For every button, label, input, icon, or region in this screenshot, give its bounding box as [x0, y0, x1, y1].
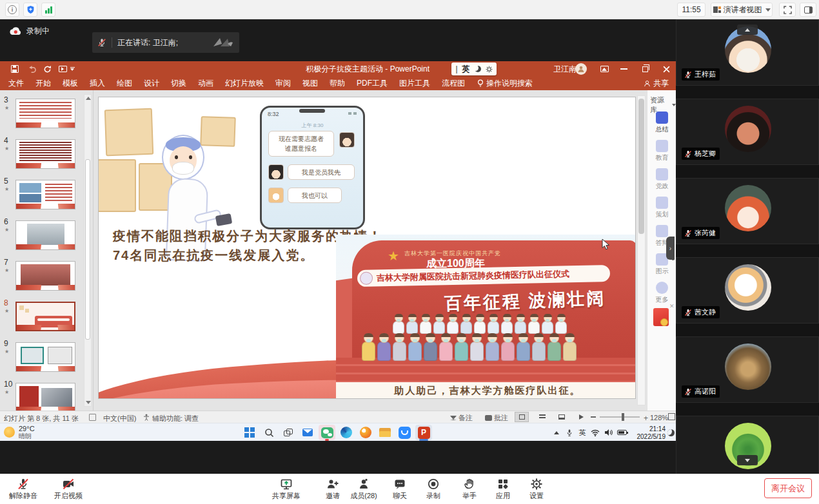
scroll-down-icon[interactable]	[86, 401, 91, 404]
taskbar-wechat-button[interactable]	[319, 425, 335, 440]
fullscreen-button[interactable]	[779, 3, 796, 17]
accessibility-status[interactable]: 辅助功能: 调查	[152, 414, 199, 423]
network-quality-icon[interactable]	[41, 3, 55, 17]
tab-transitions[interactable]: 切换	[165, 77, 192, 90]
tab-home[interactable]: 开始	[30, 77, 57, 90]
tab-file[interactable]: 文件	[3, 77, 30, 90]
tray-wifi-icon[interactable]	[589, 425, 601, 440]
tray-mic-icon[interactable]	[564, 425, 575, 440]
tab-picture-tools[interactable]: 图片工具	[393, 77, 436, 90]
panel-item-party[interactable]: 党政	[647, 182, 676, 191]
zoom-in-button[interactable]: +	[644, 414, 648, 423]
view-mode-selector[interactable]: 演讲者视图	[711, 3, 773, 17]
slide-thumbnail-3[interactable]	[15, 99, 75, 128]
qat-more-button[interactable]	[67, 61, 77, 77]
tray-focus-assist-icon[interactable]	[666, 425, 676, 440]
taskbar-taskview-button[interactable]	[280, 425, 297, 440]
taskbar-meeting-button[interactable]	[396, 425, 413, 440]
scroll-participants-down[interactable]	[737, 455, 758, 465]
share-screen-button[interactable]: 共享屏幕	[268, 478, 304, 501]
canvas-scrollbar[interactable]	[637, 95, 646, 405]
fit-slide-button[interactable]	[668, 413, 675, 420]
tab-pdf-tools[interactable]: PDF工具	[351, 77, 393, 90]
participant-tile[interactable]: 茜文静	[676, 257, 819, 324]
taskbar-start-button[interactable]	[241, 425, 258, 440]
zoom-slider-track[interactable]	[600, 416, 640, 418]
panel-item-defense-icon[interactable]	[656, 225, 668, 237]
panel-item-diagram[interactable]: 图示	[647, 267, 676, 276]
tab-template[interactable]: 模板	[57, 77, 84, 90]
recording-indicator[interactable]: 录制中	[9, 26, 50, 37]
settings-button[interactable]: 设置	[518, 478, 555, 501]
taskbar-search-button[interactable]	[261, 425, 277, 440]
meeting-info-icon[interactable]: i	[5, 3, 19, 17]
toggle-sidebar-button[interactable]	[800, 3, 816, 17]
normal-view-button[interactable]	[515, 412, 529, 422]
tab-review[interactable]: 审阅	[270, 77, 297, 90]
tray-clock[interactable]: 21:14 2022/5/19	[629, 425, 666, 441]
raise-hand-button[interactable]: 举手	[451, 478, 488, 501]
tab-help[interactable]: 帮助	[324, 77, 351, 90]
zoom-level[interactable]: 128%	[650, 414, 668, 422]
video-button[interactable]: 开启视频	[50, 478, 86, 501]
slideshow-view-button[interactable]	[574, 412, 588, 422]
tray-ime[interactable]: 英	[577, 425, 588, 440]
record-button[interactable]: 录制	[415, 478, 451, 501]
panel-item-planning-icon[interactable]	[656, 197, 668, 209]
mute-button[interactable]: 解除静音	[5, 478, 41, 501]
account-name[interactable]: 卫江南	[553, 61, 577, 77]
tab-view[interactable]: 视图	[297, 77, 324, 90]
tray-expand-button[interactable]	[551, 425, 562, 440]
close-button[interactable]	[656, 61, 676, 77]
tray-volume-icon[interactable]	[602, 425, 614, 440]
chat-button[interactable]: 聊天	[382, 478, 418, 501]
participant-tile[interactable]: 杨芝卿	[676, 99, 819, 165]
scroll-participants-up[interactable]	[737, 24, 758, 35]
zoom-out-button[interactable]	[591, 416, 596, 418]
reading-view-button[interactable]	[555, 412, 569, 422]
panel-collapse-handle[interactable]: ›	[666, 237, 675, 260]
weather-widget[interactable]: 29°C 晴朗	[4, 425, 35, 440]
slide-thumbnail-10[interactable]	[15, 383, 75, 412]
scrollbar-thumb[interactable]	[85, 159, 90, 340]
apps-button[interactable]: 应用	[485, 478, 521, 501]
panel-item-summary[interactable]: 总结	[647, 125, 676, 134]
red-packet-icon[interactable]	[653, 308, 669, 326]
taskbar-browser-button[interactable]	[357, 425, 374, 440]
panel-item-more-icon[interactable]	[656, 282, 668, 294]
tab-animations[interactable]: 动画	[192, 77, 219, 90]
language-status[interactable]: 中文(中国)	[103, 414, 136, 423]
panel-item-education[interactable]: 教育	[647, 153, 676, 162]
panel-item-summary-icon[interactable]	[656, 111, 668, 124]
scroll-up-icon[interactable]	[86, 97, 91, 100]
participant-tile[interactable]: 高诺阳	[676, 336, 819, 403]
taskbar-edge-button[interactable]	[338, 425, 355, 440]
red-packet-close-icon[interactable]: ✕	[669, 303, 675, 309]
panel-item-party-icon[interactable]	[656, 168, 668, 180]
tab-design[interactable]: 设计	[138, 77, 165, 90]
panel-item-planning[interactable]: 策划	[647, 210, 676, 219]
slide-thumbnail-4[interactable]	[15, 139, 75, 169]
scrollbar-thumb[interactable]	[638, 99, 644, 234]
participant-tile[interactable]: 张芮健	[676, 178, 819, 244]
slide-thumbnail-9[interactable]	[15, 342, 75, 372]
thumbnail-scrollbar[interactable]	[84, 94, 92, 407]
comments-toggle[interactable]: 批注	[485, 413, 508, 423]
tab-draw[interactable]: 绘图	[111, 77, 138, 90]
tab-slideshow[interactable]: 幻灯片放映	[219, 77, 270, 90]
minimize-button[interactable]	[614, 61, 633, 77]
tell-me-search[interactable]: 操作说明搜索	[477, 78, 533, 89]
tray-battery-icon[interactable]	[615, 425, 628, 440]
members-button[interactable]: 成员(28)	[346, 478, 382, 501]
tab-flowchart[interactable]: 流程图	[436, 77, 471, 90]
slide-thumbnail-5[interactable]	[15, 180, 75, 209]
slide-thumbnail-6[interactable]	[15, 220, 75, 250]
leave-meeting-button[interactable]: 离开会议	[764, 478, 812, 498]
taskbar-powerpoint-button[interactable]: P	[415, 425, 432, 440]
taskbar-mail-button[interactable]	[299, 425, 316, 440]
slide-thumbnail-8[interactable]	[15, 302, 75, 331]
panel-item-education-icon[interactable]	[656, 140, 668, 152]
slide-thumbnail-7[interactable]	[15, 261, 75, 291]
taskbar-explorer-button[interactable]	[377, 425, 393, 440]
ime-toolbar[interactable]: | 英	[451, 63, 497, 75]
